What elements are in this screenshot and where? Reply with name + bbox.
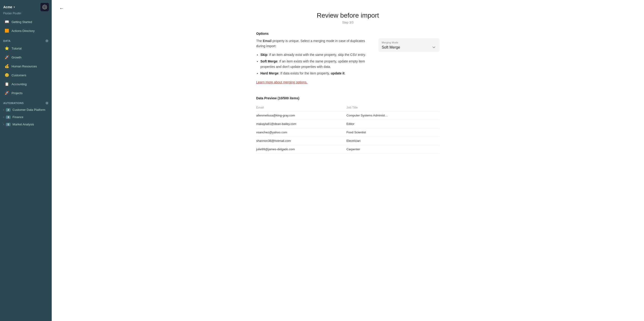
automation-badge: 2 bbox=[6, 108, 10, 112]
tutorial-icon: ⭐ bbox=[5, 46, 9, 50]
cell-email: julie99@james-delgado.com bbox=[256, 145, 346, 153]
sidebar-item-label: Accounting bbox=[12, 82, 26, 86]
svg-line-9 bbox=[45, 6, 46, 6]
svg-line-8 bbox=[43, 8, 44, 8]
table-row: allenmelissa@king-gray.comComputer Syste… bbox=[256, 111, 440, 119]
automation-label: Market Analysis bbox=[12, 123, 34, 126]
merging-mode-box: Merging Mode Skip Soft Merge Hard Merge bbox=[378, 38, 440, 52]
customers-icon: 😊 bbox=[5, 73, 9, 77]
hard-merge-label: Hard Merge bbox=[260, 71, 278, 75]
brand[interactable]: Acme ▾ bbox=[3, 5, 15, 9]
skip-label: Skip bbox=[260, 53, 268, 57]
sidebar-item-tutorial[interactable]: ⭐ Tutorial bbox=[2, 44, 50, 53]
data-preview-title: Data Preview (10/500 items) bbox=[256, 96, 440, 100]
svg-point-1 bbox=[44, 6, 45, 8]
sidebar: Acme ▾ Florian Poullin 📖 Getting Started… bbox=[0, 0, 52, 321]
table-row: vsanchez@yahoo.comFood Scientist bbox=[256, 128, 440, 136]
automations-section-header: Automations ⊕ bbox=[0, 97, 52, 106]
col-header-email: Email bbox=[256, 104, 346, 111]
data-section-header: Data ⊕ bbox=[0, 35, 52, 44]
svg-line-6 bbox=[43, 6, 44, 6]
main-content: ← Review before import Step 3/3 Options … bbox=[52, 0, 644, 321]
sidebar-item-customers[interactable]: 😊 Customers bbox=[2, 71, 50, 79]
brand-chevron-icon: ▾ bbox=[14, 6, 15, 9]
list-item-skip: Skip: If an item already exist with the … bbox=[260, 52, 369, 58]
svg-line-7 bbox=[45, 8, 46, 8]
grid-icon: 🟧 bbox=[5, 29, 9, 33]
learn-more-link[interactable]: Learn more about merging options. bbox=[256, 80, 308, 84]
options-text: The Email property is unique. Select a m… bbox=[256, 38, 369, 92]
table-row: makayla81@dean-bailey.comEditor bbox=[256, 119, 440, 128]
accounting-icon: 📋 bbox=[5, 82, 9, 86]
chevron-right-icon: › bbox=[3, 123, 4, 126]
preview-table: Email Job Title allenmelissa@king-gray.c… bbox=[256, 104, 440, 154]
page-title: Review before import bbox=[256, 12, 440, 19]
sidebar-item-getting-started[interactable]: 📖 Getting Started bbox=[2, 18, 50, 26]
brand-name: Acme bbox=[3, 5, 12, 9]
merge-options-list: Skip: If an item already exist with the … bbox=[260, 52, 369, 76]
cell-email: shannon38@hotmail.com bbox=[256, 136, 346, 145]
chevron-right-icon: › bbox=[3, 116, 4, 118]
email-bold: Email bbox=[263, 39, 272, 43]
cell-job-title: Food Scientist bbox=[346, 128, 440, 136]
automation-item-customer-data-platform[interactable]: › 2 Customer Data Platform bbox=[0, 106, 52, 113]
update-it-bold: update it bbox=[331, 71, 344, 75]
sidebar-item-label: Getting Started bbox=[12, 20, 32, 24]
merging-mode-select[interactable]: Skip Soft Merge Hard Merge bbox=[382, 45, 436, 49]
cell-job-title: Electrician bbox=[346, 136, 440, 145]
projects-icon: 🚀 bbox=[5, 91, 9, 95]
cell-email: allenmelissa@king-gray.com bbox=[256, 111, 346, 119]
automation-badge: 3 bbox=[6, 115, 10, 119]
add-automation-button[interactable]: ⊕ bbox=[45, 101, 48, 105]
automation-item-market-analysis[interactable]: › 5 Market Analysis bbox=[0, 121, 52, 128]
table-row: shannon38@hotmail.comElectrician bbox=[256, 136, 440, 145]
cell-job-title: Editor bbox=[346, 119, 440, 128]
soft-merge-label: Soft Merge bbox=[260, 59, 277, 63]
list-item-hard-merge: Hard Merge: If data exists for the item … bbox=[260, 71, 369, 76]
sidebar-item-growth[interactable]: 🚀 Growth bbox=[2, 53, 50, 61]
automation-item-finance[interactable]: › 3 Finance bbox=[0, 113, 52, 121]
app-logo bbox=[40, 3, 49, 11]
sidebar-item-label: Actions Directory bbox=[12, 29, 34, 33]
options-description: The Email property is unique. Select a m… bbox=[256, 38, 369, 49]
automation-label: Finance bbox=[12, 115, 23, 119]
automation-label: Customer Data Platform bbox=[12, 108, 45, 112]
automations-section-label: Automations bbox=[3, 102, 24, 104]
list-item-soft-merge: Soft Merge: If an item exists with the s… bbox=[260, 59, 369, 70]
user-name: Florian Poullin bbox=[0, 11, 52, 17]
table-header-row: Email Job Title bbox=[256, 104, 440, 111]
merging-mode-label: Merging Mode bbox=[382, 41, 436, 44]
sidebar-item-actions-directory[interactable]: 🟧 Actions Directory bbox=[2, 26, 50, 35]
sidebar-item-label: Projects bbox=[12, 91, 22, 95]
table-row: julie99@james-delgado.comCarpenter bbox=[256, 145, 440, 153]
cell-job-title: Carpenter bbox=[346, 145, 440, 153]
sidebar-item-label: Customers bbox=[12, 73, 26, 77]
sidebar-item-projects[interactable]: 🚀 Projects bbox=[2, 89, 50, 97]
cell-email: vsanchez@yahoo.com bbox=[256, 128, 346, 136]
cell-email: makayla81@dean-bailey.com bbox=[256, 119, 346, 128]
automation-badge: 5 bbox=[6, 123, 10, 126]
options-row: The Email property is unique. Select a m… bbox=[256, 38, 440, 92]
back-button[interactable]: ← bbox=[57, 5, 66, 12]
sidebar-item-label: Growth bbox=[12, 56, 22, 59]
options-section-title: Options bbox=[256, 32, 440, 35]
preview-table-body: allenmelissa@king-gray.comComputer Syste… bbox=[256, 111, 440, 153]
cell-job-title: Computer Systems Administ… bbox=[346, 111, 440, 119]
add-data-button[interactable]: ⊕ bbox=[45, 38, 48, 43]
hr-icon: 💰 bbox=[5, 64, 9, 68]
data-section-label: Data bbox=[3, 39, 10, 42]
book-icon: 📖 bbox=[5, 20, 9, 24]
page-subtitle: Step 3/3 bbox=[256, 21, 440, 24]
chevron-right-icon: › bbox=[3, 108, 4, 111]
growth-icon: 🚀 bbox=[5, 55, 9, 59]
sidebar-item-label: Tutorial bbox=[12, 47, 22, 50]
sidebar-item-label: Human Resources bbox=[12, 65, 37, 68]
col-header-job-title: Job Title bbox=[346, 104, 440, 111]
sidebar-item-human-resources[interactable]: 💰 Human Resources bbox=[2, 62, 50, 70]
sidebar-item-accounting[interactable]: 📋 Accounting bbox=[2, 80, 50, 88]
